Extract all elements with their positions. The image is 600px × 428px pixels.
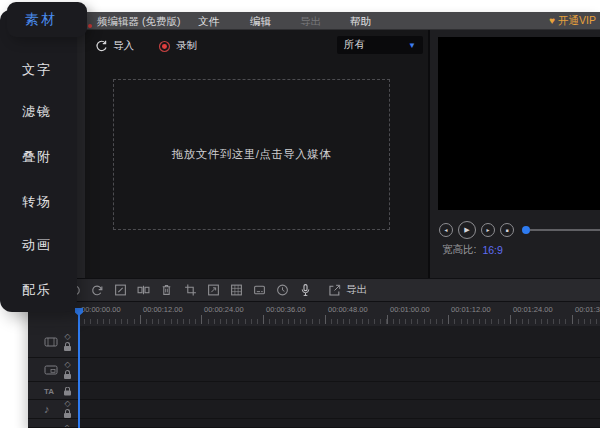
ruler-label: 00:00:36.00 [266,305,306,314]
crop-icon[interactable] [184,284,197,297]
aspect-ratio-label: 宽高比: [442,243,476,257]
slider-handle[interactable] [522,226,530,234]
menu-file[interactable]: 文件 [198,15,219,29]
edit-icon[interactable] [114,284,127,297]
filter-selected-value: 所有 [344,38,365,52]
video-preview [438,37,600,210]
track-row-video: ◇ [28,326,600,357]
sidebar-item-text[interactable]: 文字 [22,61,52,79]
voiceover-mic-icon[interactable] [299,284,312,297]
split-icon[interactable] [137,284,150,297]
next-frame-button[interactable]: ► [481,223,495,237]
music-track-lane[interactable] [78,400,600,418]
media-dropzone[interactable]: 拖放文件到这里/点击导入媒体 [113,79,390,230]
lock-icon[interactable] [64,390,71,395]
track-row-music: ♪ ◇ [28,400,600,418]
vip-button[interactable]: ♥ 开通VIP [549,14,596,28]
play-icon: ▶ [464,226,469,234]
vip-label: 开通VIP [558,14,596,28]
workspace: 导入 录制 所有 ▼ 拖放文件到这里/点击导入媒体 [28,30,600,278]
ruler-label: 00:01:36.00 [575,305,600,314]
prev-frame-button[interactable]: ◄ [439,223,453,237]
text-track-header: TA [28,382,78,399]
timeline-tracks: ◇ ◇ [28,326,600,428]
window-title: 频编辑器 (免费版) [97,15,180,29]
sidebar-item-music[interactable]: 配乐 [22,281,52,299]
delete-icon[interactable] [160,284,173,297]
aspect-ratio-value[interactable]: 16:9 [482,244,502,256]
next-frame-icon: ► [486,227,491,233]
dropzone-hint: 拖放文件到这里/点击导入媒体 [172,147,332,162]
ruler-label: 00:00:48.00 [328,305,368,314]
stop-button[interactable]: ■ [500,223,514,237]
ruler-label: 00:01:24.00 [513,305,553,314]
vip-heart-icon: ♥ [549,15,555,27]
menu-help[interactable]: 帮助 [350,15,371,29]
ruler-label: 00:00:12.00 [143,305,183,314]
sidebar-item-animation[interactable]: 动画 [22,236,52,254]
scale-icon[interactable] [207,284,220,297]
text-track-icon: TA [44,386,54,395]
export-label: 导出 [346,283,367,297]
menubar: 频编辑器 (免费版) 文件 编辑 导出 帮助 ♥ 开通VIP [28,12,600,30]
media-filter-dropdown[interactable]: 所有 ▼ [337,36,423,54]
record-icon [158,40,171,53]
lock-icon[interactable] [64,413,71,418]
pip-track-lane[interactable] [78,358,600,381]
menu-export[interactable]: 导出 [300,15,321,29]
music-track-header: ♪ ◇ [28,400,78,418]
pip-track-header: ◇ [28,358,78,381]
ruler-label: 00:01:12.00 [451,305,491,314]
sidebar-item-filter[interactable]: 滤镜 [22,103,52,121]
keyframe-icon[interactable]: ◇ [64,400,70,408]
sidebar-item-overlay[interactable]: 叠附 [22,148,52,166]
track-row-voice: ◇ [28,419,600,427]
sidebar-item-material-active[interactable]: 素材 [7,2,87,37]
pip-track-icon [44,364,58,376]
play-button[interactable]: ▶ [458,221,476,239]
record-button[interactable]: 录制 [158,39,197,53]
keyframe-icon[interactable]: ◇ [64,361,70,369]
timeline-ruler[interactable]: 00:00:00.00 00:00:12.00 00:00:24.00 00:0… [28,302,600,326]
redo-icon[interactable] [91,284,104,297]
ruler-label: 00:00:24.00 [204,305,244,314]
menu-edit[interactable]: 编辑 [250,15,271,29]
volume-slider[interactable] [522,226,600,234]
keyframe-icon[interactable]: ◇ [64,333,70,341]
stop-icon: ■ [505,227,508,233]
lock-icon[interactable] [64,374,71,379]
duration-icon[interactable] [276,284,289,297]
playback-controls: ◄ ▶ ► ■ [439,220,600,240]
ruler-label: 00:00:00.00 [81,305,121,314]
playhead[interactable] [78,310,80,428]
export-icon [328,284,341,297]
media-panel: 导入 录制 所有 ▼ 拖放文件到这里/点击导入媒体 [85,30,428,278]
lock-icon[interactable] [64,346,71,351]
prev-frame-icon: ◄ [444,227,449,233]
export-button[interactable]: 导出 [328,279,367,301]
video-track-header: ◇ [28,326,78,357]
slider-track [530,229,600,231]
chevron-down-icon: ▼ [408,41,416,50]
voice-track-lane[interactable] [78,419,600,427]
logo-notification-dot [88,24,92,28]
import-label: 导入 [113,39,134,53]
import-button[interactable]: 导入 [95,39,134,53]
keyframe-icon[interactable]: ◇ [64,424,70,427]
record-label: 录制 [176,39,197,53]
ruler-major-ticks [78,315,600,324]
ruler-label: 00:01:00.00 [390,305,430,314]
music-track-icon: ♪ [44,403,50,415]
subtitle-icon[interactable] [253,284,266,297]
video-track-icon [44,336,58,348]
sidebar-item-transition[interactable]: 转场 [22,193,52,211]
text-track-lane[interactable] [78,382,600,399]
voice-track-header: ◇ [28,419,78,427]
track-row-text: TA [28,382,600,399]
preview-panel: ◄ ▶ ► ■ 宽高比: 16:9 [430,30,600,278]
aspect-ratio-row: 宽高比: 16:9 [442,243,503,257]
mosaic-icon[interactable] [230,284,243,297]
app-window: 频编辑器 (免费版) 文件 编辑 导出 帮助 ♥ 开通VIP 导入 [28,12,600,428]
active-tab-label: 素材 [25,11,57,29]
video-track-lane[interactable] [78,326,600,357]
